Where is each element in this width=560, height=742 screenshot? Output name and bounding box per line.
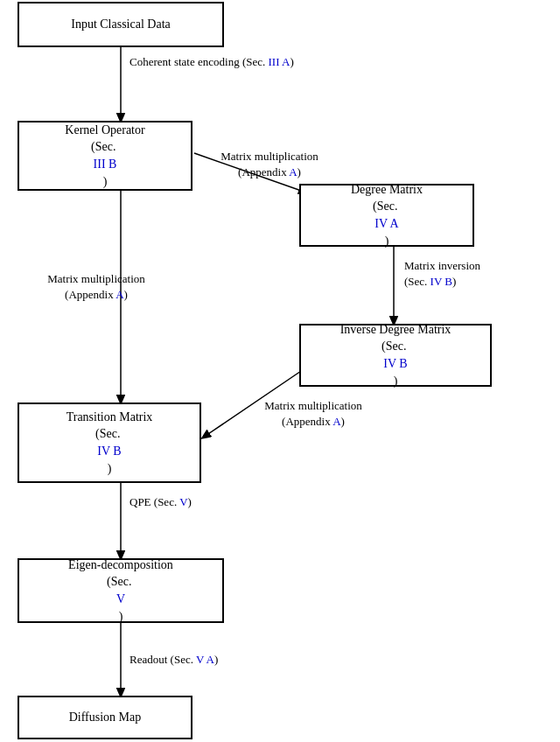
box-transition-ref: IV B <box>95 443 123 460</box>
label-mm1-ref: A <box>289 165 297 178</box>
label-mi-ref: IV B <box>430 275 452 288</box>
label-mm3-ref: A <box>332 415 340 428</box>
box-transition-line2: (Sec. IV B) <box>95 425 123 477</box>
box-eigen-line2: (Sec. V) <box>107 573 135 625</box>
label-mi: Matrix inversion (Sec. IV B) <box>404 258 553 290</box>
label-mm2: Matrix multiplication (Appendix A) <box>18 271 175 303</box>
box-kernel-line2: (Sec. III B) <box>91 138 119 190</box>
label-mm3: Matrix multiplication (Appendix A) <box>226 398 401 430</box>
box-diffusion: Diffusion Map <box>18 696 192 739</box>
box-eigen-ref: V <box>107 591 135 608</box>
label-mi-line1: Matrix inversion <box>404 259 480 272</box>
box-inverse-degree: Inverse Degree Matrix (Sec. IV B) <box>299 324 492 387</box>
box-transition: Transition Matrix (Sec. IV B) <box>18 402 201 483</box>
label-coherent-ref: III A <box>268 55 290 68</box>
label-mm1: Matrix multiplication (Appendix A) <box>191 149 348 180</box>
box-kernel-ref: III B <box>91 156 119 173</box>
label-mm2-line1: Matrix multiplication <box>47 272 145 285</box>
box-degree-line2: (Sec. IV A) <box>373 198 401 249</box>
label-mm3-line1: Matrix multiplication <box>264 399 362 412</box>
box-input: Input Classical Data <box>18 2 224 47</box>
box-kernel-line1: Kernel Operator <box>65 122 144 139</box>
label-mm2-ref: A <box>116 288 123 301</box>
box-inverse-degree-ref: IV B <box>382 355 410 373</box>
box-diffusion-label: Diffusion Map <box>69 709 142 726</box>
box-degree-ref: IV A <box>373 215 401 233</box>
box-kernel: Kernel Operator (Sec. III B) <box>18 121 192 191</box>
label-coherent-text: Coherent state encoding (Sec. III A) <box>130 55 294 68</box>
label-qpe-ref: V <box>179 495 187 508</box>
label-qpe: QPE (Sec. V) <box>130 494 304 510</box>
label-mm2-line2: (Appendix A) <box>65 288 128 301</box>
diagram-container: Input Classical Data Kernel Operator (Se… <box>0 0 560 742</box>
label-mm1-line2: (Appendix A) <box>238 165 301 178</box>
box-transition-line1: Transition Matrix <box>66 409 153 426</box>
label-readout: Readout (Sec. V A) <box>130 652 322 668</box>
label-qpe-text: QPE (Sec. V) <box>130 495 192 508</box>
label-mm3-line2: (Appendix A) <box>282 415 345 428</box>
box-inverse-degree-line2: (Sec. IV B) <box>382 338 410 389</box>
box-eigen: Eigen-decomposition (Sec. V) <box>18 558 224 623</box>
box-input-label: Input Classical Data <box>71 16 171 33</box>
label-coherent: Coherent state encoding (Sec. III A) <box>130 54 374 70</box>
label-mm1-line1: Matrix multiplication <box>220 150 318 163</box>
box-degree-line1: Degree Matrix <box>351 181 423 199</box>
box-inverse-degree-line1: Inverse Degree Matrix <box>340 321 452 339</box>
label-mi-line2: (Sec. IV B) <box>404 275 456 288</box>
box-degree: Degree Matrix (Sec. IV A) <box>299 184 474 247</box>
box-eigen-line1: Eigen-decomposition <box>68 556 173 574</box>
label-readout-ref: V A <box>196 653 214 666</box>
label-readout-text: Readout (Sec. V A) <box>130 653 218 666</box>
